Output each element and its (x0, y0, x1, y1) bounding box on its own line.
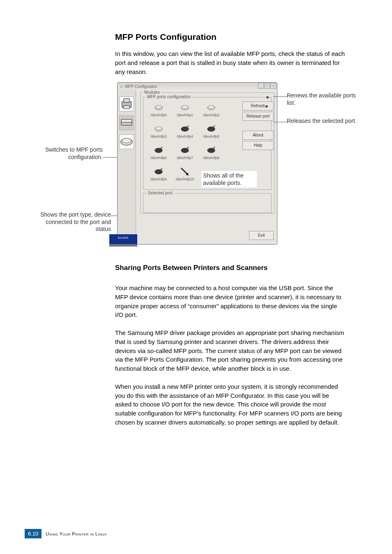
port-label: /dev/mfp6 (150, 156, 167, 160)
close-icon[interactable]: × (270, 83, 276, 89)
paragraph-3: When you install a new MFP printer onto … (115, 382, 345, 427)
figure: Switches to MPF ports configuration. Sho… (37, 81, 357, 250)
selected-port-frame: Selected port: (143, 193, 272, 213)
port-icon (120, 135, 134, 149)
release-port-button[interactable]: Release port (242, 112, 274, 121)
about-button[interactable]: About (242, 131, 274, 140)
svg-point-8 (122, 138, 131, 143)
port-label: /dev/mfp5 (203, 134, 219, 138)
port-item[interactable]: /dev/mfp10 (172, 164, 198, 185)
svg-point-10 (156, 106, 162, 108)
svg-point-12 (182, 106, 188, 108)
port-label: /dev/mfp10 (176, 177, 194, 181)
port-label: /dev/mfp0 (150, 113, 167, 117)
selected-port-legend: Selected port: (147, 191, 175, 195)
port-label: /dev/mfp3 (150, 134, 167, 138)
intro-paragraph: In this window, you can view the list of… (115, 49, 345, 76)
minimize-icon[interactable]: _ (258, 83, 264, 89)
svg-rect-4 (124, 106, 129, 108)
port-item[interactable]: /dev/mfp1 (172, 100, 198, 120)
port-label: /dev/mfp7 (177, 156, 193, 160)
brand-logo: SUNG (109, 234, 137, 244)
maximize-icon[interactable]: □ (264, 83, 270, 89)
callout-switch: Switches to MPF ports configuration. (37, 146, 103, 161)
port-label: /dev/mfp1 (177, 113, 193, 117)
paragraph-2: The Samsung MFP driver package provides … (115, 328, 345, 373)
mfp-configurator-window: ✔ MFP Configurator _ □ × SUNG (117, 82, 277, 245)
exit-button[interactable]: Exit (249, 231, 274, 240)
svg-rect-6 (121, 120, 132, 122)
port-item[interactable]: /dev/mfp5 (198, 121, 224, 142)
callout-available: Shows all of the available ports. (201, 171, 257, 187)
callout-renews: Renews the available ports list. (287, 92, 361, 106)
svg-point-27 (265, 105, 268, 108)
scanner-icon (120, 116, 134, 130)
port-item[interactable]: /dev/mfp9 (146, 164, 171, 185)
window-titlebar: ✔ MFP Configurator _ □ × (118, 83, 277, 90)
footer: 6.10 Using Your Printer in Linux (25, 529, 107, 538)
port-item[interactable]: /dev/mfp2 (198, 100, 224, 120)
port-item[interactable]: /dev/mfp7 (172, 143, 198, 163)
port-label: /dev/mfp4 (177, 134, 193, 138)
footer-text: Using Your Printer in Linux (46, 531, 107, 536)
port-label: /dev/mfp9 (150, 177, 167, 181)
callout-porttype: Shows the port type, device connected to… (37, 211, 111, 233)
modules-legend: Modules (143, 90, 161, 95)
svg-rect-3 (124, 99, 129, 102)
sidebar-printers-button[interactable] (119, 97, 134, 111)
printer-icon (120, 97, 134, 111)
svg-point-14 (208, 106, 214, 108)
page-title: MFP Ports Configuration (115, 32, 345, 42)
port-item[interactable]: /dev/mfp4 (172, 121, 198, 142)
svg-point-16 (156, 127, 162, 130)
sidebar-scanners-button[interactable] (119, 115, 134, 130)
port-item[interactable]: /dev/mfp0 (146, 100, 171, 120)
help-button[interactable]: Help (242, 141, 274, 150)
callout-releases: Releases the selected port. (287, 118, 361, 125)
sidebar-ports-button[interactable] (119, 134, 134, 149)
window-title: MFP Configurator (125, 84, 157, 89)
paragraph-1: Your machine may be connected to a host … (115, 284, 345, 319)
ports-panel-legend: MFP ports configuration (146, 95, 192, 99)
page-number: 6.10 (25, 529, 42, 538)
port-item[interactable]: /dev/mfp3 (146, 121, 171, 142)
port-label: /dev/mfp2 (203, 113, 219, 117)
refresh-button[interactable]: Refresh (242, 102, 274, 111)
subheading: Sharing Ports Between Printers and Scann… (115, 264, 345, 272)
svg-point-25 (266, 96, 269, 99)
port-item[interactable]: /dev/mfp8 (198, 143, 224, 163)
port-label: /dev/mfp8 (203, 156, 219, 160)
sidebar: SUNG (118, 90, 136, 244)
port-item[interactable]: /dev/mfp6 (146, 143, 171, 163)
